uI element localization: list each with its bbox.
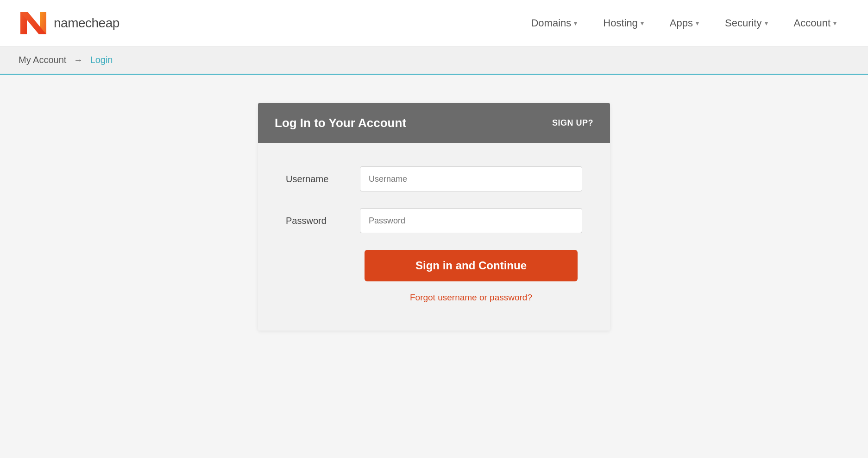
- card-header: Log In to Your Account SIGN UP?: [258, 103, 610, 143]
- nav-menu: Domains ▾ Hosting ▾ Apps ▾ Security ▾ Ac: [518, 17, 849, 29]
- signup-link[interactable]: SIGN UP?: [552, 118, 593, 128]
- sign-in-button[interactable]: Sign in and Continue: [365, 250, 578, 281]
- username-input[interactable]: [360, 166, 582, 191]
- nav-item-hosting[interactable]: Hosting ▾: [590, 17, 657, 29]
- nav-item-account[interactable]: Account ▾: [781, 17, 850, 29]
- main-content: Log In to Your Account SIGN UP? Username…: [0, 75, 868, 358]
- submit-area: Sign in and Continue Forgot username or …: [360, 250, 582, 303]
- password-input[interactable]: [360, 208, 582, 233]
- nav-link-domains[interactable]: Domains ▾: [531, 17, 577, 29]
- chevron-down-icon: ▾: [833, 19, 837, 27]
- breadcrumb-separator: →: [74, 55, 83, 65]
- breadcrumb-root: My Account: [19, 55, 66, 65]
- password-form-group: Password: [286, 208, 582, 233]
- nav-link-hosting[interactable]: Hosting ▾: [603, 17, 644, 29]
- breadcrumb-current: Login: [90, 55, 113, 65]
- chevron-down-icon: ▾: [696, 19, 699, 27]
- forgot-password-link[interactable]: Forgot username or password?: [410, 293, 532, 303]
- nav-link-apps[interactable]: Apps ▾: [670, 17, 699, 29]
- nav-item-domains[interactable]: Domains ▾: [518, 17, 590, 29]
- logo-link[interactable]: namecheap: [19, 8, 120, 38]
- chevron-down-icon: ▾: [765, 19, 768, 27]
- nav-link-account[interactable]: Account ▾: [794, 17, 837, 29]
- username-form-group: Username: [286, 166, 582, 191]
- password-label: Password: [286, 216, 360, 226]
- namecheap-logo-icon: [19, 8, 48, 38]
- chevron-down-icon: ▾: [641, 19, 644, 27]
- navbar: namecheap Domains ▾ Hosting ▾ Apps ▾ Sec…: [0, 0, 868, 46]
- logo-text: namecheap: [54, 16, 120, 31]
- chevron-down-icon: ▾: [574, 19, 577, 27]
- breadcrumb: My Account → Login: [19, 55, 113, 65]
- nav-link-security[interactable]: Security ▾: [725, 17, 767, 29]
- breadcrumb-bar: My Account → Login: [0, 46, 868, 75]
- username-label: Username: [286, 174, 360, 184]
- nav-item-security[interactable]: Security ▾: [712, 17, 780, 29]
- nav-item-apps[interactable]: Apps ▾: [657, 17, 712, 29]
- login-card: Log In to Your Account SIGN UP? Username…: [258, 103, 610, 331]
- card-body: Username Password Sign in and Continue F…: [258, 143, 610, 331]
- card-title: Log In to Your Account: [275, 116, 406, 130]
